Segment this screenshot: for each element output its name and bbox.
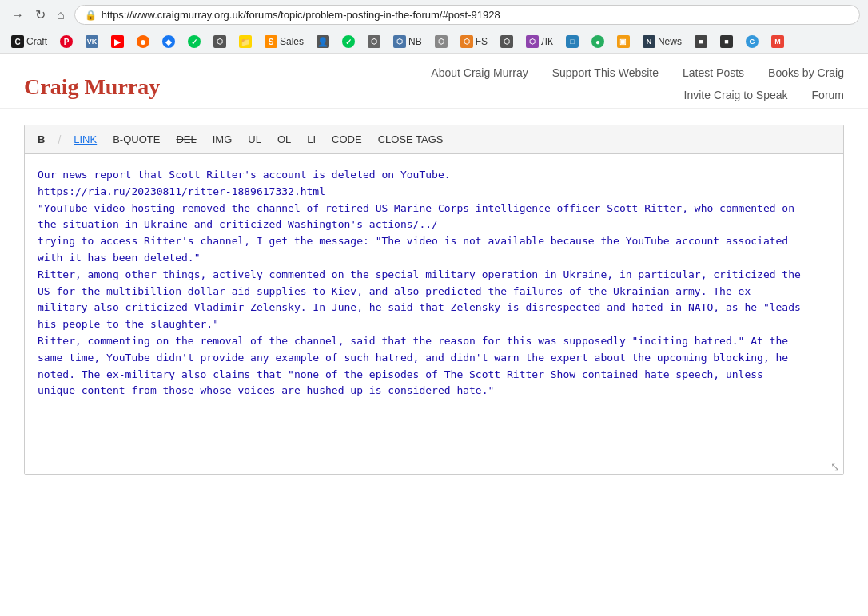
craft-icon: C (11, 35, 24, 48)
nav-invite[interactable]: Invite Craig to Speak (684, 89, 788, 108)
bookmark-hex3[interactable]: ⬡ (430, 34, 452, 50)
folder2-icon: ▣ (617, 35, 630, 48)
lock-icon: 🔒 (85, 10, 97, 21)
hex3-icon: ⬡ (435, 35, 448, 48)
bookmark-dark1[interactable]: ■ (690, 34, 712, 50)
bookmark-hex4[interactable]: ⬡ (496, 34, 518, 50)
check-icon: ✓ (188, 35, 201, 48)
site-nav: About Craig Murray Support This Website … (431, 66, 844, 108)
nav-support[interactable]: Support This Website (552, 66, 659, 85)
bookmark-vk[interactable]: VK (81, 34, 103, 50)
bookmark-sales[interactable]: S Sales (260, 34, 309, 50)
bookmark-folder[interactable]: 📁 (234, 34, 257, 50)
blue-icon: ◆ (162, 35, 175, 48)
bookmark-pinterest[interactable]: P (55, 34, 78, 50)
dark1-icon: ■ (695, 35, 707, 48)
fs-icon: ⬡ (460, 35, 473, 48)
sep1: / (58, 133, 61, 146)
bookmark-news-label: News (658, 36, 682, 47)
ul-button[interactable]: UL (245, 132, 265, 147)
bookmark-sales-label: Sales (280, 36, 304, 47)
bold-button[interactable]: B (34, 132, 48, 147)
bookmark-news[interactable]: N News (638, 34, 687, 50)
bquote-button[interactable]: B-QUOTE (109, 132, 163, 147)
bookmark-gmail[interactable]: M (766, 34, 789, 50)
editor-toolbar: B / LINK B-QUOTE DEL IMG UL OL LI CODE C… (25, 125, 843, 154)
editor-text-block: Our news report that Scott Ritter's acco… (38, 167, 830, 399)
nav-forum[interactable]: Forum (812, 89, 844, 108)
news-icon: N (643, 35, 655, 48)
bookmark-youtube[interactable]: ▶ (106, 34, 129, 50)
bookmark-lk[interactable]: ⬡ ЛК (521, 34, 558, 50)
bookmark-hex1[interactable]: ⬡ (209, 34, 231, 50)
close-tags-button[interactable]: CLOSE TAGS (375, 132, 447, 147)
bookmark-nb[interactable]: ⬡ NB (388, 34, 427, 50)
nav-books[interactable]: Books by Craig (768, 66, 844, 85)
bookmark-craft[interactable]: C Craft (6, 34, 52, 50)
lk-icon: ⬡ (526, 35, 539, 48)
nav-row-1: About Craig Murray Support This Website … (431, 66, 844, 85)
bookmark-folder2[interactable]: ▣ (612, 34, 635, 50)
bookmark-blue[interactable]: ◆ (157, 34, 180, 50)
bookmark-orange[interactable]: ● (132, 34, 154, 50)
site-logo[interactable]: Craig Murray (24, 74, 160, 100)
bookmark-leaf[interactable]: ● (587, 34, 609, 50)
dark2-icon: ■ (720, 35, 733, 48)
hex1-icon: ⬡ (213, 35, 226, 48)
site-header: Craig Murray About Craig Murray Support … (0, 54, 868, 109)
nav-about[interactable]: About Craig Murray (431, 66, 528, 85)
bookmarks-bar: C Craft P VK ▶ ● ◆ ✓ ⬡ 📁 S Sales 👤 ✓ ⬡ ⬡… (0, 30, 868, 54)
sales-icon: S (265, 35, 277, 48)
bookmark-hex2[interactable]: ⬡ (363, 34, 385, 50)
address-bar[interactable]: 🔒 https://www.craigmurray.org.uk/forums/… (74, 5, 860, 25)
bookmark-check2[interactable]: ✓ (337, 34, 360, 50)
editor-content[interactable]: Our news report that Scott Ritter's acco… (25, 154, 843, 474)
ol-button[interactable]: OL (274, 132, 294, 147)
orange-icon: ● (137, 35, 149, 48)
bookmark-fs-label: FS (476, 36, 488, 47)
nb-icon: ⬡ (393, 35, 406, 48)
nav-latest[interactable]: Latest Posts (683, 66, 744, 85)
editor-container: B / LINK B-QUOTE DEL IMG UL OL LI CODE C… (24, 125, 844, 475)
bookmark-gblue[interactable]: G (741, 34, 763, 50)
3d-icon: □ (566, 35, 579, 48)
link-button[interactable]: LINK (70, 132, 100, 147)
bookmark-fs[interactable]: ⬡ FS (456, 34, 492, 50)
refresh-button[interactable]: ↻ (32, 6, 49, 24)
pinterest-icon: P (60, 35, 73, 48)
leaf-icon: ● (591, 35, 604, 48)
url-text: https://www.craigmurray.org.uk/forums/to… (102, 9, 850, 21)
folder-icon: 📁 (239, 35, 252, 48)
bookmark-3d[interactable]: □ (561, 34, 583, 50)
code-button[interactable]: CODE (328, 132, 365, 147)
bookmark-face[interactable]: 👤 (312, 34, 334, 50)
bookmark-check[interactable]: ✓ (183, 34, 205, 50)
nav-buttons: → ↻ ⌂ (8, 6, 68, 24)
img-button[interactable]: IMG (209, 132, 236, 147)
bookmark-dark2[interactable]: ■ (715, 34, 738, 50)
li-button[interactable]: LI (304, 132, 319, 147)
bookmark-lk-label: ЛК (541, 36, 553, 47)
youtube-icon: ▶ (111, 35, 124, 48)
vk-icon: VK (86, 35, 98, 48)
browser-chrome: → ↻ ⌂ 🔒 https://www.craigmurray.org.uk/f… (0, 0, 868, 30)
gmail-icon: M (771, 35, 784, 48)
main-content: B / LINK B-QUOTE DEL IMG UL OL LI CODE C… (0, 109, 868, 491)
bookmark-craft-label: Craft (26, 36, 47, 47)
back-button[interactable]: → (8, 6, 27, 24)
home-button[interactable]: ⌂ (54, 6, 68, 24)
gblue-icon: G (746, 35, 759, 48)
bookmark-nb-label: NB (408, 36, 422, 47)
hex4-icon: ⬡ (500, 35, 513, 48)
resize-handle[interactable]: ⤡ (830, 461, 842, 472)
nav-row-2: Invite Craig to Speak Forum (684, 89, 844, 108)
face-icon: 👤 (317, 35, 329, 48)
check2-icon: ✓ (342, 35, 355, 48)
hex2-icon: ⬡ (368, 35, 380, 48)
del-button[interactable]: DEL (173, 132, 199, 147)
